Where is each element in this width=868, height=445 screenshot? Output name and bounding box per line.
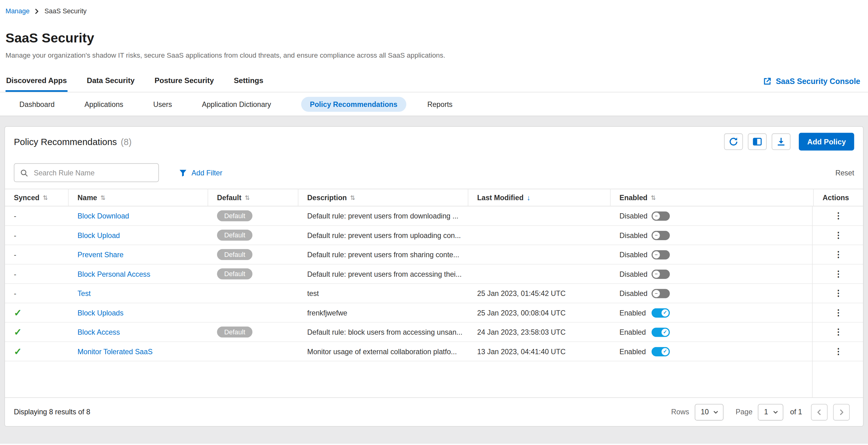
page-select[interactable]: 1 xyxy=(758,404,783,420)
subtab-users[interactable]: Users xyxy=(153,100,172,108)
default-badge: Default xyxy=(217,327,252,338)
sort-icon[interactable]: ⇅ xyxy=(651,194,656,201)
table-row: -Block UploadDefaultDefault rule: preven… xyxy=(5,226,863,245)
column-header-enabled[interactable]: Enabled⇅ xyxy=(611,189,814,206)
tab-discovered-apps[interactable]: Discovered Apps xyxy=(6,71,68,92)
row-actions-kebab-icon[interactable]: ⋮ xyxy=(831,230,846,240)
next-page-button[interactable] xyxy=(833,404,850,420)
primary-tabs-row: Discovered AppsData SecurityPosture Secu… xyxy=(0,71,868,93)
enabled-toggle[interactable]: ✓ xyxy=(652,327,670,337)
cell-default: Default xyxy=(208,249,298,260)
enabled-toggle[interactable]: – xyxy=(652,288,670,298)
enabled-toggle[interactable]: – xyxy=(652,269,670,279)
default-badge: Default xyxy=(217,230,252,241)
chevron-down-icon xyxy=(773,409,778,415)
cell-name: Prevent Share xyxy=(68,250,208,259)
cell-description: Default rule: prevent users from sharing… xyxy=(298,250,468,259)
subtab-dashboard[interactable]: Dashboard xyxy=(19,100,55,108)
previous-page-button[interactable] xyxy=(811,404,828,420)
column-header-synced[interactable]: Synced⇅ xyxy=(5,189,68,206)
rule-name-link[interactable]: Block Download xyxy=(78,212,129,220)
enabled-toggle[interactable]: ✓ xyxy=(652,347,670,356)
cell-name: Block Upload xyxy=(68,231,208,240)
column-header-description[interactable]: Description⇅ xyxy=(298,189,468,206)
add-policy-button[interactable]: Add Policy xyxy=(799,133,854,151)
panel-actions: Add Policy xyxy=(724,133,854,151)
panel-title: Policy Recommendations xyxy=(14,136,117,147)
cell-actions: ⋮ xyxy=(814,308,863,318)
enabled-state-label: Disabled xyxy=(619,250,652,259)
sort-icon[interactable]: ⇅ xyxy=(245,194,250,201)
subtab-reports[interactable]: Reports xyxy=(427,100,452,108)
row-actions-kebab-icon[interactable]: ⋮ xyxy=(831,308,846,318)
refresh-button[interactable] xyxy=(724,133,743,150)
cell-synced: - xyxy=(5,270,68,278)
table-footer: Displaying 8 results of 8 Rows 10 Page 1 xyxy=(5,397,863,426)
primary-tabs: Discovered AppsData SecurityPosture Secu… xyxy=(6,71,283,92)
tab-posture-security[interactable]: Posture Security xyxy=(154,71,215,92)
download-button[interactable] xyxy=(772,133,791,150)
tab-data-security[interactable]: Data Security xyxy=(86,71,135,92)
row-actions-kebab-icon[interactable]: ⋮ xyxy=(831,327,846,337)
sort-desc-icon[interactable]: ↓ xyxy=(527,193,531,202)
rows-per-page-value: 10 xyxy=(701,408,709,416)
row-actions-kebab-icon[interactable]: ⋮ xyxy=(831,211,846,221)
cell-description: Monitor usage of external collaboration … xyxy=(298,347,468,356)
cell-enabled: Disabled– xyxy=(611,211,814,220)
subtab-application-dictionary[interactable]: Application Dictionary xyxy=(202,100,271,108)
rule-name-link[interactable]: Block Uploads xyxy=(78,309,123,317)
reset-button[interactable]: Reset xyxy=(835,168,855,177)
cell-default: Default xyxy=(208,211,298,222)
sort-icon[interactable]: ⇅ xyxy=(350,194,355,201)
cell-description: Default rule: prevent users from accessi… xyxy=(298,270,468,278)
tab-settings[interactable]: Settings xyxy=(233,71,264,92)
toggle-knob: ✓ xyxy=(661,328,669,336)
rule-name-link[interactable]: Block Access xyxy=(78,328,120,336)
rows-per-page-select[interactable]: 10 xyxy=(695,404,723,420)
enabled-state-label: Enabled xyxy=(619,328,652,336)
rule-name-link[interactable]: Monitor Tolerated SaaS xyxy=(78,347,153,356)
external-link-icon xyxy=(763,77,772,86)
default-badge: Default xyxy=(217,268,252,280)
enabled-toggle[interactable]: – xyxy=(652,230,670,240)
page-value: 1 xyxy=(764,408,768,416)
enabled-toggle[interactable]: ✓ xyxy=(652,308,670,317)
row-actions-kebab-icon[interactable]: ⋮ xyxy=(831,250,846,259)
column-header-default[interactable]: Default⇅ xyxy=(208,189,298,206)
page-title: SaaS Security xyxy=(6,30,862,46)
row-actions-kebab-icon[interactable]: ⋮ xyxy=(831,288,846,298)
enabled-state-label: Enabled xyxy=(619,309,652,317)
page-header: Manage SaaS Security SaaS Security Manag… xyxy=(0,0,868,116)
sort-icon[interactable]: ⇅ xyxy=(100,194,105,201)
panel-count: (8) xyxy=(121,137,132,147)
saas-security-console-link[interactable]: SaaS Security Console xyxy=(763,77,860,86)
enabled-toggle[interactable]: – xyxy=(652,250,670,259)
rule-name-link[interactable]: Test xyxy=(78,289,91,297)
panel-title-wrap: Policy Recommendations (8) xyxy=(14,136,132,147)
default-badge: Default xyxy=(217,249,252,260)
toggle-knob: ✓ xyxy=(661,348,669,355)
synced-dash: - xyxy=(14,289,17,297)
rule-name-link[interactable]: Block Personal Access xyxy=(78,270,150,278)
row-actions-kebab-icon[interactable]: ⋮ xyxy=(831,269,846,279)
rule-name-link[interactable]: Block Upload xyxy=(78,231,120,240)
cell-enabled: Disabled– xyxy=(611,230,814,240)
add-filter-button[interactable]: Add Filter xyxy=(179,168,222,177)
synced-dash: - xyxy=(14,270,17,278)
cell-actions: ⋮ xyxy=(814,269,863,279)
rule-name-link[interactable]: Prevent Share xyxy=(78,250,123,259)
row-actions-kebab-icon[interactable]: ⋮ xyxy=(831,346,846,356)
column-header-last-modified[interactable]: Last Modified↓ xyxy=(468,189,611,206)
subtab-policy-recommendations[interactable]: Policy Recommendations xyxy=(301,97,406,112)
search-rule-name-input[interactable] xyxy=(33,168,153,177)
enabled-toggle[interactable]: – xyxy=(652,211,670,220)
cell-synced: - xyxy=(5,250,68,259)
columns-button[interactable] xyxy=(748,133,767,150)
add-filter-label: Add Filter xyxy=(192,168,222,177)
column-label: Default xyxy=(217,193,242,202)
column-header-name[interactable]: Name⇅ xyxy=(68,189,208,206)
breadcrumb-manage-link[interactable]: Manage xyxy=(6,7,29,15)
cell-enabled: Enabled✓ xyxy=(611,308,814,317)
subtab-applications[interactable]: Applications xyxy=(85,100,123,108)
sort-icon[interactable]: ⇅ xyxy=(43,194,48,201)
